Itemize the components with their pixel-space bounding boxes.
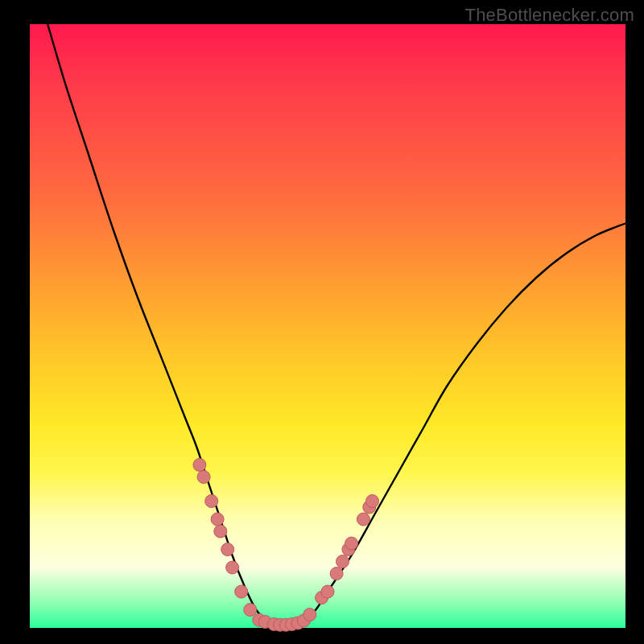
chart-frame: TheBottlenecker.com — [0, 0, 644, 644]
data-dots — [193, 459, 379, 632]
data-dot — [235, 585, 248, 598]
data-dot — [197, 471, 210, 484]
data-dot — [221, 543, 234, 556]
data-dot — [321, 585, 334, 598]
data-dot — [336, 555, 349, 568]
attribution-label: TheBottlenecker.com — [465, 5, 634, 26]
data-dot — [345, 537, 358, 550]
data-dot — [214, 525, 227, 538]
data-dot — [205, 495, 218, 508]
chart-svg — [30, 24, 625, 628]
data-dot — [303, 609, 316, 621]
data-dot — [244, 604, 257, 617]
data-dot — [193, 459, 206, 472]
data-dot — [330, 568, 343, 580]
bottleneck-curve — [47, 24, 625, 629]
data-dot — [366, 495, 379, 508]
plot-area — [30, 24, 625, 628]
data-dot — [357, 513, 369, 526]
data-dot — [226, 561, 239, 574]
data-dot — [211, 513, 224, 526]
